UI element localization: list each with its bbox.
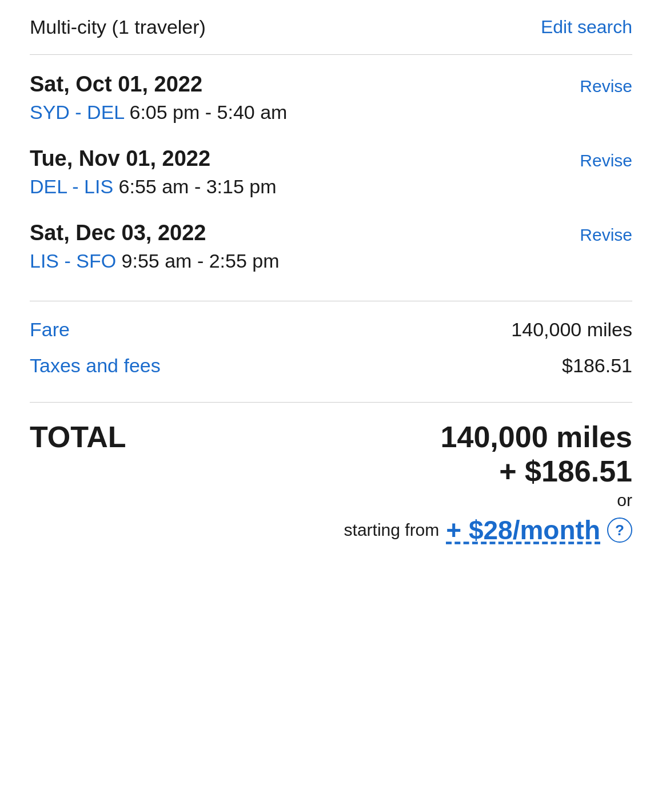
page-title: Multi-city (1 traveler) (30, 16, 206, 38)
taxes-label[interactable]: Taxes and fees (30, 355, 161, 377)
fare-label[interactable]: Fare (30, 319, 70, 341)
total-values: 140,000 miles + $186.51 (441, 420, 632, 488)
header-row: Multi-city (1 traveler) Edit search (30, 16, 632, 38)
flight-route-3: LIS - SFO (30, 250, 116, 272)
revise-button-2[interactable]: Revise (580, 146, 632, 170)
monthly-row: starting from + $28/month ? (30, 515, 632, 546)
flight-info-3: Sat, Dec 03, 2022 LIS - SFO 9:55 am - 2:… (30, 221, 580, 272)
total-row: TOTAL 140,000 miles + $186.51 (30, 420, 632, 488)
info-icon[interactable]: ? (607, 518, 632, 543)
flight-item-2: Tue, Nov 01, 2022 DEL - LIS 6:55 am - 3:… (30, 146, 632, 198)
flight-item-1: Sat, Oct 01, 2022 SYD - DEL 6:05 pm - 5:… (30, 72, 632, 124)
fare-row: Fare 140,000 miles (30, 319, 632, 341)
pricing-section: Fare 140,000 miles Taxes and fees $186.5… (30, 301, 632, 402)
flight-info-1: Sat, Oct 01, 2022 SYD - DEL 6:05 pm - 5:… (30, 72, 580, 124)
flight-route-time-1: SYD - DEL 6:05 pm - 5:40 am (30, 101, 580, 124)
flight-info-2: Tue, Nov 01, 2022 DEL - LIS 6:55 am - 3:… (30, 146, 580, 198)
flight-route-time-2: DEL - LIS 6:55 am - 3:15 pm (30, 176, 580, 198)
starting-from-label: starting from (344, 520, 440, 540)
total-section: TOTAL 140,000 miles + $186.51 or startin… (30, 403, 632, 563)
total-miles: 140,000 miles (441, 420, 632, 454)
flight-route-time-3: LIS - SFO 9:55 am - 2:55 pm (30, 250, 580, 272)
revise-button-1[interactable]: Revise (580, 72, 632, 96)
total-label: TOTAL (30, 420, 126, 454)
flight-route-2: DEL - LIS (30, 176, 113, 197)
flight-item-3: Sat, Dec 03, 2022 LIS - SFO 9:55 am - 2:… (30, 221, 632, 272)
fare-value: 140,000 miles (511, 319, 632, 341)
page-container: Multi-city (1 traveler) Edit search Sat,… (0, 0, 662, 586)
monthly-amount[interactable]: + $28/month (446, 515, 600, 546)
flight-date-2: Tue, Nov 01, 2022 (30, 146, 580, 171)
flight-route-1: SYD - DEL (30, 101, 124, 123)
total-or: or (30, 491, 632, 510)
revise-button-3[interactable]: Revise (580, 221, 632, 245)
total-cash: + $186.51 (441, 454, 632, 488)
flight-date-3: Sat, Dec 03, 2022 (30, 221, 580, 245)
taxes-value: $186.51 (562, 355, 632, 377)
flight-date-1: Sat, Oct 01, 2022 (30, 72, 580, 97)
taxes-row: Taxes and fees $186.51 (30, 355, 632, 377)
flights-section: Sat, Oct 01, 2022 SYD - DEL 6:05 pm - 5:… (30, 55, 632, 301)
edit-search-link[interactable]: Edit search (541, 17, 632, 38)
